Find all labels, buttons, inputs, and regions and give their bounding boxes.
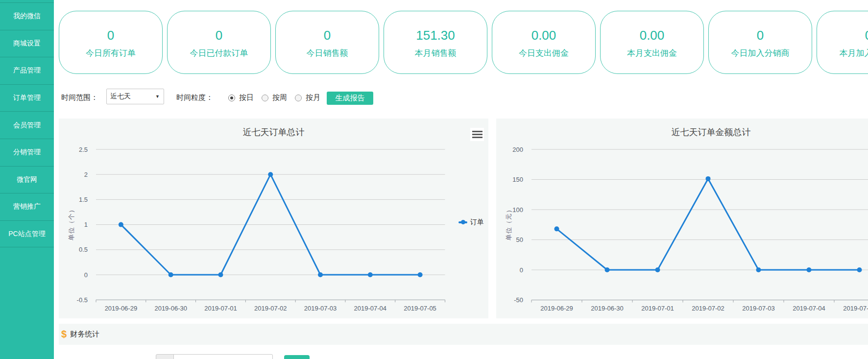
stat-label: 今日加入分销商: [731, 48, 790, 59]
finance-input[interactable]: [173, 354, 273, 359]
svg-text:200: 200: [512, 146, 523, 153]
stat-label: 今日已付款订单: [190, 48, 248, 59]
sidebar-item[interactable]: PC站点管理: [0, 220, 54, 248]
toolbox-menu-icon[interactable]: [470, 128, 484, 141]
radio-icon[interactable]: [262, 95, 268, 101]
stat-label: 本月销售额: [415, 48, 457, 59]
stat-label: 今日所有订单: [86, 48, 136, 59]
stat-label: 今日支出佣金: [519, 48, 569, 59]
sidebar-item[interactable]: 营销推广: [0, 193, 54, 220]
granularity-radio-2[interactable]: 按周: [262, 93, 287, 102]
legend-label: 订单: [470, 218, 484, 227]
svg-text:-0.5: -0.5: [77, 296, 88, 304]
generate-report-button[interactable]: 生成报告: [327, 92, 373, 105]
svg-text:2.5: 2.5: [79, 146, 88, 153]
svg-text:2019-07-05: 2019-07-05: [404, 305, 436, 312]
sidebar: 我的微信商城设置产品管理订单管理会员管理分销管理微官网营销推广PC站点管理: [0, 0, 54, 359]
svg-text:50: 50: [516, 236, 523, 243]
time-range-select[interactable]: 近七天 ▼: [106, 89, 164, 104]
stat-value: 0.00: [640, 28, 665, 43]
select-arrow-icon: ▼: [155, 94, 160, 99]
svg-text:2: 2: [84, 171, 88, 178]
svg-text:2019-07-05: 2019-07-05: [843, 305, 868, 312]
svg-text:0.5: 0.5: [79, 246, 88, 253]
stat-value: 0.00: [531, 28, 556, 43]
amount-line-chart: 200150100500-502019-06-292019-06-302019-…: [496, 119, 868, 318]
time-range-value: 近七天: [110, 92, 131, 101]
stat-value: 0: [107, 28, 114, 43]
stat-label: 本月支出佣金: [627, 48, 677, 59]
finance-section-header: $ 财务统计: [59, 324, 868, 345]
svg-text:2019-07-02: 2019-07-02: [692, 305, 724, 312]
dashboard-page: 我的微信商城设置产品管理订单管理会员管理分销管理微官网营销推广PC站点管理 0今…: [0, 0, 868, 359]
svg-text:2019-07-03: 2019-07-03: [742, 305, 775, 312]
radio-label: 按月: [306, 93, 320, 102]
granularity-label: 时间粒度：: [176, 93, 213, 102]
sidebar-item[interactable]: 商城设置: [0, 30, 54, 57]
radio-icon[interactable]: [295, 95, 302, 101]
sidebar-item[interactable]: 会员管理: [0, 111, 54, 139]
radio-label: 按日: [239, 93, 254, 102]
svg-text:100: 100: [512, 206, 523, 214]
time-range-label: 时间范围：: [61, 93, 98, 102]
radio-icon[interactable]: [228, 95, 235, 101]
sidebar-menu: 我的微信商城设置产品管理订单管理会员管理分销管理微官网营销推广PC站点管理: [0, 2, 54, 247]
legend-line-icon: [458, 221, 467, 223]
svg-text:2019-07-01: 2019-07-01: [204, 305, 237, 312]
stat-card: 0今日销售额: [275, 11, 379, 74]
svg-text:2019-06-29: 2019-06-29: [105, 305, 138, 312]
sidebar-item[interactable]: 微官网: [0, 166, 54, 193]
stat-value: 0: [324, 28, 331, 43]
stat-label: 本月加入分销商: [840, 48, 868, 59]
svg-text:0: 0: [520, 266, 523, 274]
svg-text:2019-06-30: 2019-06-30: [154, 305, 187, 312]
granularity-radio-1[interactable]: 按日: [228, 93, 254, 102]
stat-card: 0.00本月支出佣金: [600, 11, 704, 74]
svg-text:2019-07-02: 2019-07-02: [254, 305, 287, 312]
svg-text:0: 0: [84, 271, 88, 279]
stat-card: 0本月加入分销商: [817, 11, 868, 74]
orders-legend[interactable]: 订单: [458, 218, 484, 227]
stat-value: 0: [757, 28, 764, 43]
sidebar-item[interactable]: 我的微信: [0, 2, 54, 30]
svg-text:150: 150: [512, 176, 523, 183]
amount-chart-panel: 近七天订单金额总计 单位（元） 200150100500-502019-06-2…: [496, 119, 868, 318]
finance-submit-button[interactable]: [284, 355, 310, 359]
stat-card: 0今日已付款订单: [167, 11, 271, 74]
svg-text:-50: -50: [514, 296, 523, 304]
stat-cards-row: 0今日所有订单0今日已付款订单0今日销售额151.30本月销售额0.00今日支出…: [59, 11, 868, 74]
svg-text:2019-07-03: 2019-07-03: [304, 305, 337, 312]
svg-text:2019-07-01: 2019-07-01: [641, 305, 674, 312]
stat-card: 0.00今日支出佣金: [492, 11, 596, 74]
radio-label: 按周: [272, 93, 287, 102]
svg-text:1.5: 1.5: [79, 196, 88, 203]
stat-card: 151.30本月销售额: [384, 11, 487, 74]
sidebar-item[interactable]: 产品管理: [0, 57, 54, 84]
finance-dollar-icon: $: [61, 329, 67, 340]
stat-value: 151.30: [416, 28, 455, 43]
orders-line-chart: 2.521.510.50-0.52019-06-292019-06-302019…: [59, 119, 488, 318]
sidebar-item[interactable]: 订单管理: [0, 84, 54, 112]
svg-text:1: 1: [84, 221, 88, 228]
stat-card: 0今日所有订单: [59, 11, 163, 74]
granularity-radio-3[interactable]: 按月: [295, 93, 320, 102]
svg-text:2019-06-29: 2019-06-29: [540, 305, 573, 312]
stat-label: 今日销售额: [307, 48, 348, 59]
stat-value: 0: [865, 28, 868, 43]
svg-text:2019-07-04: 2019-07-04: [354, 305, 387, 312]
orders-chart-panel: 近七天订单总计 单位（个） 2.521.510.50-0.52019-06-29…: [59, 119, 488, 318]
svg-text:2019-07-04: 2019-07-04: [793, 305, 825, 312]
finance-title: 财务统计: [70, 330, 99, 339]
stat-card: 0今日加入分销商: [708, 11, 812, 74]
svg-text:2019-06-30: 2019-06-30: [591, 305, 624, 312]
sidebar-item[interactable]: 分销管理: [0, 139, 54, 166]
stat-value: 0: [216, 28, 222, 43]
finance-input-addon: [156, 354, 174, 359]
